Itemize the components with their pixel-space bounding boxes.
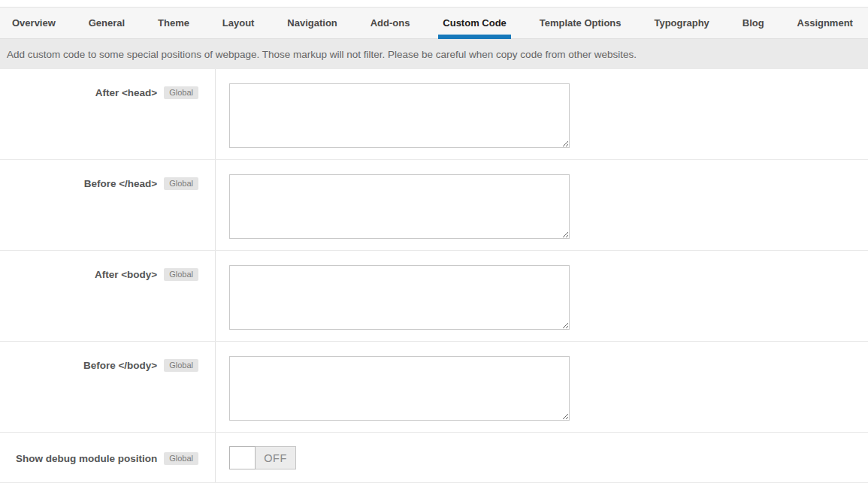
field-row-before-body: Before </body> Global xyxy=(0,342,868,433)
tab-add-ons[interactable]: Add-ons xyxy=(366,8,415,38)
tab-template-options[interactable]: Template Options xyxy=(535,8,626,38)
field-row-before-head: Before </head> Global xyxy=(0,160,868,251)
after-body-textarea[interactable] xyxy=(229,265,570,330)
global-badge: Global xyxy=(164,177,198,190)
tab-navigation[interactable]: Navigation xyxy=(283,8,341,38)
show-debug-toggle[interactable]: OFF xyxy=(229,446,296,469)
global-badge: Global xyxy=(164,86,198,99)
field-label-show-debug: Show debug module position xyxy=(16,453,157,464)
before-body-textarea[interactable] xyxy=(229,356,570,421)
info-bar-text: Add custom code to some special position… xyxy=(7,49,637,60)
info-bar: Add custom code to some special position… xyxy=(0,39,868,69)
tab-general[interactable]: General xyxy=(84,8,129,38)
tab-blog[interactable]: Blog xyxy=(738,8,769,38)
global-badge: Global xyxy=(164,359,198,372)
global-badge: Global xyxy=(164,452,198,465)
field-label-before-head: Before </head> xyxy=(84,178,158,189)
tab-typography[interactable]: Typography xyxy=(649,8,713,38)
tab-assignment[interactable]: Assignment xyxy=(793,8,857,38)
field-label-after-body: After <body> xyxy=(95,269,157,280)
after-head-textarea[interactable] xyxy=(229,83,570,148)
before-head-textarea[interactable] xyxy=(229,174,570,239)
toggle-state-label: OFF xyxy=(256,446,296,469)
field-row-after-body: After <body> Global xyxy=(0,251,868,342)
tab-theme[interactable]: Theme xyxy=(153,8,194,38)
toggle-knob[interactable] xyxy=(229,446,256,469)
tab-custom-code[interactable]: Custom Code xyxy=(438,8,511,38)
field-row-after-head: After <head> Global xyxy=(0,69,868,160)
tab-overview[interactable]: Overview xyxy=(8,8,60,38)
field-label-after-head: After <head> xyxy=(95,87,158,98)
custom-code-form: After <head> Global Before </head> Globa… xyxy=(0,69,868,483)
tab-layout[interactable]: Layout xyxy=(218,8,259,38)
field-label-before-body: Before </body> xyxy=(83,360,157,371)
global-badge: Global xyxy=(164,268,198,281)
settings-tab-bar: Overview General Theme Layout Navigation… xyxy=(0,7,868,39)
field-row-show-debug: Show debug module position Global OFF xyxy=(0,433,868,483)
